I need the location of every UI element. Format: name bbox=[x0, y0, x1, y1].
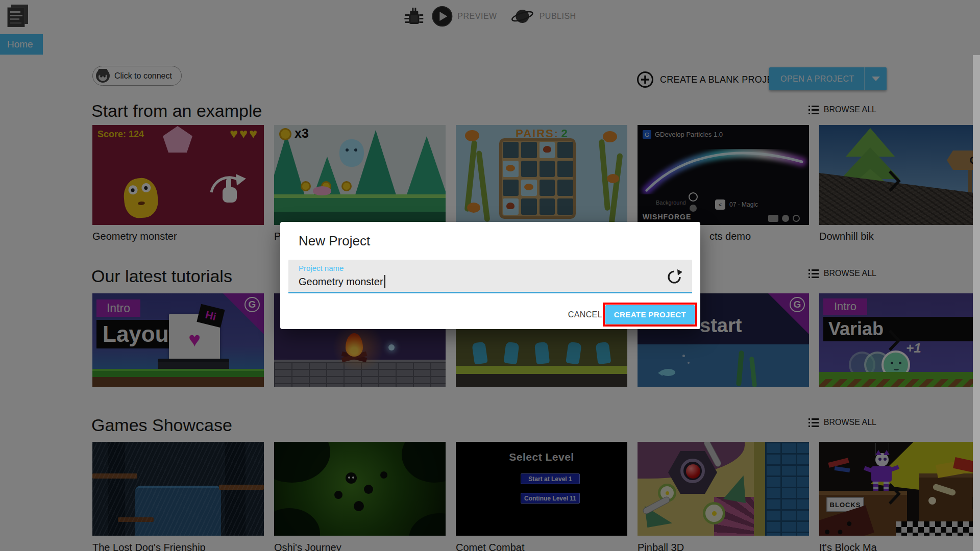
refresh-icon[interactable] bbox=[667, 269, 682, 285]
dialog-title: New Project bbox=[299, 233, 370, 249]
new-project-dialog: New Project Project name Geometry monste… bbox=[280, 222, 700, 329]
text-cursor bbox=[384, 275, 385, 288]
scrollbar[interactable] bbox=[973, 55, 980, 551]
field-value: Geometry monster bbox=[299, 276, 383, 288]
annotation-highlight-box: CREATE PROJECT bbox=[603, 303, 697, 327]
field-underline bbox=[288, 292, 692, 293]
create-project-button[interactable]: CREATE PROJECT bbox=[605, 305, 695, 324]
field-label: Project name bbox=[299, 264, 344, 272]
cancel-button[interactable]: CANCEL bbox=[568, 310, 602, 319]
project-name-input[interactable]: Project name Geometry monster bbox=[288, 260, 692, 293]
